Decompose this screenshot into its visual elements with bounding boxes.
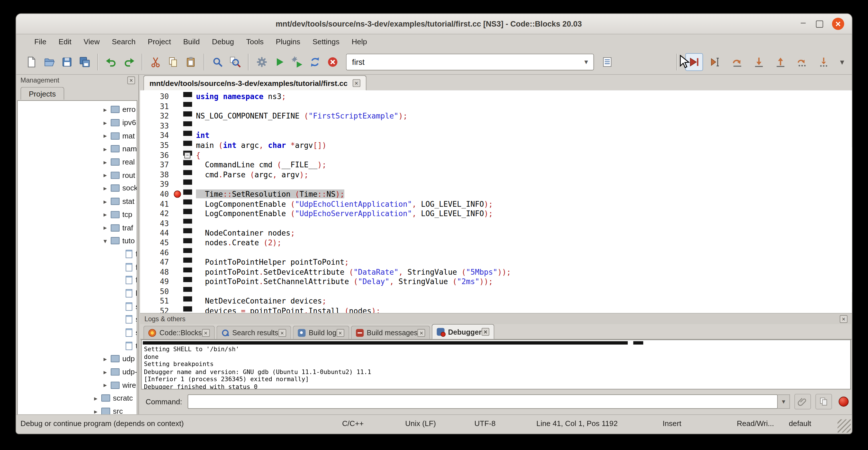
command-input[interactable] — [188, 394, 778, 409]
resize-grip[interactable] — [837, 419, 851, 433]
breakpoint-margin[interactable] — [173, 102, 183, 111]
breakpoint-margin[interactable] — [173, 92, 183, 102]
code-line-31[interactable]: 31 — [140, 102, 852, 111]
next-line-button[interactable] — [729, 53, 746, 70]
menu-view[interactable]: View — [78, 35, 106, 48]
line-number[interactable]: 30 — [140, 92, 173, 102]
code-line-32[interactable]: 32NS_LOG_COMPONENT_DEFINE ("FirstScriptE… — [140, 111, 852, 121]
line-number[interactable]: 39 — [140, 180, 173, 189]
logs-tab-build-log[interactable]: Build log× — [293, 326, 349, 339]
breakpoint-margin[interactable] — [173, 306, 183, 313]
logs-tab-code-blocks[interactable]: Code::Blocks× — [143, 326, 214, 339]
next-instruction-button[interactable] — [794, 53, 811, 70]
command-history-chevron[interactable]: ▾ — [778, 394, 790, 409]
tree-item-th[interactable]: th — [18, 339, 137, 352]
code-line-46[interactable]: 46 — [140, 248, 852, 258]
tree-item-nam[interactable]: ▸nam — [18, 143, 137, 156]
code-line-30[interactable]: 30using namespace ns3; — [140, 92, 852, 102]
line-number[interactable]: 48 — [140, 267, 173, 277]
code-line-39[interactable]: 39 — [140, 180, 852, 189]
code-line-51[interactable]: 51 NetDeviceContainer devices; — [140, 297, 852, 306]
menu-build[interactable]: Build — [177, 35, 206, 48]
stop-debugger-button[interactable] — [839, 397, 848, 407]
line-number[interactable]: 45 — [140, 238, 173, 248]
close-icon[interactable]: × — [278, 329, 286, 336]
open-file-button[interactable] — [40, 53, 58, 70]
abort-button[interactable] — [324, 53, 342, 70]
redo-button[interactable] — [120, 53, 138, 70]
line-number[interactable]: 47 — [140, 258, 173, 267]
logs-tab-build-messages[interactable]: Build messages× — [351, 326, 430, 339]
fold-marker-icon[interactable]: − — [184, 152, 190, 158]
breakpoint-margin[interactable] — [173, 189, 183, 199]
step-out-button[interactable] — [772, 53, 789, 70]
line-number[interactable]: 32 — [140, 111, 173, 121]
tree-item-tcp[interactable]: ▸tcp — [18, 208, 137, 221]
tree-item-se[interactable]: se — [18, 313, 137, 326]
tree-item-fif[interactable]: fif — [18, 247, 137, 261]
chevron-right-icon[interactable]: ▸ — [103, 132, 111, 140]
chevron-right-icon[interactable]: ▸ — [103, 106, 111, 113]
breakpoint-margin[interactable] — [173, 199, 183, 209]
tree-item-traf[interactable]: ▸traf — [18, 221, 137, 234]
tree-item-sock[interactable]: ▸sock — [18, 182, 137, 195]
debugger-log-container[interactable]: Setting SHELL to '/bin/sh'doneSetting br… — [141, 339, 851, 389]
code-line-48[interactable]: 48 pointToPoint.SetDeviceAttribute ("Dat… — [140, 267, 852, 277]
line-number[interactable]: 50 — [140, 287, 173, 297]
tree-item-se[interactable]: se — [18, 300, 137, 313]
breakpoint-margin[interactable] — [173, 111, 183, 121]
code-line-37[interactable]: 37 CommandLine cmd (__FILE__); — [140, 160, 852, 170]
breakpoint-margin[interactable] — [173, 229, 183, 238]
menu-settings[interactable]: Settings — [306, 35, 345, 48]
close-icon[interactable]: × — [202, 329, 210, 336]
tree-item-tuto[interactable]: ▾tuto — [18, 234, 137, 247]
save-all-button[interactable] — [76, 53, 94, 70]
code-line-49[interactable]: 49 pointToPoint.SetChannelAttribute ("De… — [140, 277, 852, 287]
run-to-cursor-button[interactable] — [707, 53, 725, 70]
attach-button[interactable] — [795, 394, 811, 409]
menu-search[interactable]: Search — [106, 35, 142, 48]
breakpoint-margin[interactable] — [173, 180, 183, 189]
tree-item-wire[interactable]: ▸wire — [18, 379, 137, 392]
logs-tab-search-results[interactable]: Search results× — [216, 326, 291, 339]
chevron-right-icon[interactable]: ▸ — [103, 381, 111, 389]
close-icon[interactable]: × — [840, 315, 847, 323]
chevron-down-icon[interactable]: ▾ — [103, 237, 111, 245]
tree-item-he[interactable]: he — [18, 287, 137, 300]
code-line-35[interactable]: 35main (int argc, char *argv[]) — [140, 141, 852, 150]
build-target-options-button[interactable] — [598, 53, 616, 70]
breakpoint-margin[interactable] — [173, 297, 183, 306]
line-number[interactable]: 42 — [140, 209, 173, 219]
line-number[interactable]: 37 — [140, 160, 173, 170]
tree-item-udp-[interactable]: ▸udp- — [18, 365, 137, 379]
chevron-right-icon[interactable]: ▸ — [103, 171, 111, 179]
undo-button[interactable] — [102, 53, 120, 70]
line-number[interactable]: 33 — [140, 121, 173, 131]
tree-item-fir[interactable]: fir — [18, 261, 137, 274]
breakpoint-margin[interactable] — [173, 141, 183, 150]
project-tree-container[interactable]: ▸erro▸ipv6▸mat▸nam▸real▸rout▸sock▸stat▸t… — [17, 100, 137, 416]
step-into-button[interactable] — [750, 53, 768, 70]
tree-item-ipv6[interactable]: ▸ipv6 — [18, 116, 137, 129]
close-icon[interactable]: × — [417, 329, 425, 336]
editor-tab[interactable]: mnt/dev/tools/source/ns-3-dev/examples/t… — [143, 76, 366, 91]
breakpoint-icon[interactable] — [174, 190, 181, 198]
line-number[interactable]: 36 — [140, 150, 173, 160]
menu-debug[interactable]: Debug — [206, 35, 240, 48]
tree-item-mat[interactable]: ▸mat — [18, 129, 137, 143]
save-button[interactable] — [58, 53, 76, 70]
breakpoint-margin[interactable] — [173, 267, 183, 277]
menu-help[interactable]: Help — [345, 35, 373, 48]
breakpoint-margin[interactable] — [173, 248, 183, 258]
build-target-combobox[interactable]: first ▾ — [346, 53, 594, 70]
line-number[interactable]: 34 — [140, 131, 173, 141]
tree-item-rout[interactable]: ▸rout — [18, 169, 137, 182]
close-button[interactable]: ✕ — [832, 18, 844, 30]
breakpoint-margin[interactable] — [173, 238, 183, 248]
code-line-47[interactable]: 47 PointToPointHelper pointToPoint; — [140, 258, 852, 267]
tab-projects[interactable]: Projects — [21, 87, 64, 100]
breakpoint-margin[interactable] — [173, 131, 183, 141]
run-button[interactable] — [271, 53, 288, 70]
line-number[interactable]: 51 — [140, 297, 173, 306]
line-number[interactable]: 52 — [140, 306, 173, 313]
